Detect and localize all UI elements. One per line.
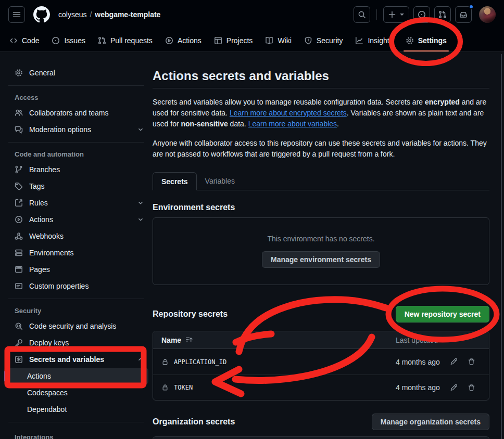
sidebar-item-label: General	[29, 69, 144, 77]
new-repository-secret-button[interactable]: New repository secret	[396, 306, 489, 322]
sidebar-item-label: Collaborators and teams	[29, 109, 144, 117]
tab-actions[interactable]: Actions	[160, 29, 207, 51]
environment-secrets-box: This environment has no secrets. Manage …	[153, 217, 489, 285]
table-header-row: Name Last updated	[153, 437, 489, 439]
sidebar-subitem-codespaces[interactable]: Codespaces	[4, 384, 148, 401]
sidebar-item-label: Custom properties	[29, 282, 144, 290]
sidebar-section-code-automation: Code and automation	[4, 147, 148, 161]
repo-tabs-nav: Code Issues Pull requests Actions Projec…	[0, 29, 504, 52]
lock-icon	[161, 384, 169, 391]
sidebar-item-pages[interactable]: Pages	[4, 261, 148, 278]
intro-paragraph: Secrets and variables allow you to manag…	[153, 97, 489, 130]
intro-text: .	[337, 120, 339, 128]
sidebar-item-custom-properties[interactable]: Custom properties	[4, 278, 148, 294]
sidebar-item-branches[interactable]: Branches	[4, 161, 148, 178]
sidebar-item-secrets-variables[interactable]: Secrets and variables	[4, 351, 148, 368]
git-pull-request-icon	[438, 10, 447, 19]
header-divider	[376, 9, 377, 20]
scrollbar-track[interactable]	[501, 54, 502, 439]
sidebar-subitem-actions[interactable]: Actions	[4, 368, 148, 384]
tab-label: Insights	[368, 36, 393, 45]
github-logo-icon[interactable]	[33, 6, 50, 23]
sidebar-item-actions[interactable]: Actions	[4, 211, 148, 228]
issues-button[interactable]	[413, 6, 430, 23]
sidebar-item-collaborators[interactable]: Collaborators and teams	[4, 105, 148, 121]
sidebar-item-environments[interactable]: Environments	[4, 244, 148, 261]
manage-environment-secrets-button[interactable]: Manage environment secrets	[262, 251, 380, 268]
tab-label: Wiki	[278, 36, 291, 45]
tab-security[interactable]: Security	[299, 29, 348, 51]
sidebar-item-label: Environments	[29, 249, 144, 257]
inbox-icon	[459, 10, 468, 19]
chevron-down-icon	[137, 126, 144, 133]
environment-empty-text: This environment has no secrets.	[267, 235, 374, 243]
rules-icon	[15, 199, 23, 207]
tab-label: Security	[317, 36, 343, 45]
tab-label: Settings	[418, 36, 447, 45]
create-new-button[interactable]	[383, 6, 409, 23]
column-updated-label: Last updated	[396, 336, 445, 344]
sidebar-item-webhooks[interactable]: Webhooks	[4, 228, 148, 244]
sidebar-divider	[8, 85, 144, 86]
search-button[interactable]	[354, 6, 370, 23]
secret-name-text: TOKEN	[174, 384, 193, 391]
gear-icon	[406, 36, 414, 45]
shield-icon	[304, 36, 312, 45]
header-actions	[354, 6, 496, 23]
sidebar-item-label: Moderation options	[29, 125, 131, 134]
sidebar-item-label: Webhooks	[29, 232, 144, 240]
app-header: colyseus / webgame-template	[0, 0, 504, 29]
tab-pull-requests[interactable]: Pull requests	[93, 29, 158, 51]
link-variables[interactable]: Learn more about variables	[248, 120, 337, 128]
avatar[interactable]	[479, 6, 496, 23]
sidebar-item-deploy-keys[interactable]: Deploy keys	[4, 334, 148, 351]
key-icon	[15, 339, 23, 347]
tab-settings[interactable]: Settings	[400, 29, 452, 51]
sidebar-subitem-label: Codespaces	[27, 389, 68, 397]
plus-icon	[388, 10, 396, 19]
intro-text: Secrets and variables allow you to manag…	[153, 98, 425, 106]
sidebar-item-tags[interactable]: Tags	[4, 178, 148, 195]
manage-organization-secrets-button[interactable]: Manage organization secrets	[372, 414, 489, 430]
repository-secrets-heading: Repository secrets	[153, 309, 228, 319]
sidebar-item-rules[interactable]: Rules	[4, 195, 148, 211]
delete-secret-button[interactable]	[463, 379, 480, 396]
sidebar-subitem-dependabot[interactable]: Dependabot	[4, 401, 148, 418]
pencil-icon	[450, 358, 458, 366]
graph-icon	[355, 36, 363, 45]
tab-issues[interactable]: Issues	[46, 29, 90, 51]
lock-icon	[161, 358, 169, 366]
sidebar-item-general[interactable]: General	[4, 64, 148, 81]
secrets-variables-tabnav: Secrets Variables	[153, 172, 489, 190]
delete-secret-button[interactable]	[463, 354, 480, 370]
edit-secret-button[interactable]	[445, 354, 462, 370]
gear-icon	[15, 69, 23, 77]
tab-projects[interactable]: Projects	[209, 29, 258, 51]
sort-ascending-icon[interactable]	[185, 336, 193, 344]
secret-row: TOKEN 4 months ago	[153, 375, 489, 400]
sidebar-subitem-label: Actions	[27, 372, 51, 380]
secret-name-text: APPLICATION_ID	[174, 358, 226, 366]
hamburger-menu-button[interactable]	[8, 6, 25, 23]
intro-bold-nonsensitive: non-sensitive	[181, 120, 228, 128]
tab-insights[interactable]: Insights	[350, 29, 398, 51]
tab-variables[interactable]: Variables	[197, 172, 243, 190]
selected-item-accent-bar	[4, 371, 6, 381]
breadcrumb-repo[interactable]: webgame-template	[95, 10, 160, 19]
pull-requests-button[interactable]	[434, 6, 451, 23]
chevron-down-icon	[137, 199, 144, 206]
sidebar-item-label: Tags	[29, 182, 144, 190]
intro-text: data.	[228, 120, 248, 128]
main-content: Actions secrets and variables Secrets an…	[153, 52, 489, 439]
tab-secrets[interactable]: Secrets	[153, 172, 197, 190]
edit-secret-button[interactable]	[445, 379, 462, 396]
breadcrumb-owner[interactable]: colyseus	[58, 10, 86, 19]
sidebar-item-moderation[interactable]: Moderation options	[4, 121, 148, 138]
tab-code[interactable]: Code	[4, 29, 44, 51]
sidebar-item-label: Actions	[29, 215, 131, 224]
tag-icon	[15, 182, 23, 190]
tab-wiki[interactable]: Wiki	[260, 29, 296, 51]
link-encrypted-secrets[interactable]: Learn more about encrypted secrets	[230, 109, 347, 117]
sidebar-item-label: Code security and analysis	[29, 322, 144, 330]
sidebar-item-code-security[interactable]: Code security and analysis	[4, 318, 148, 334]
